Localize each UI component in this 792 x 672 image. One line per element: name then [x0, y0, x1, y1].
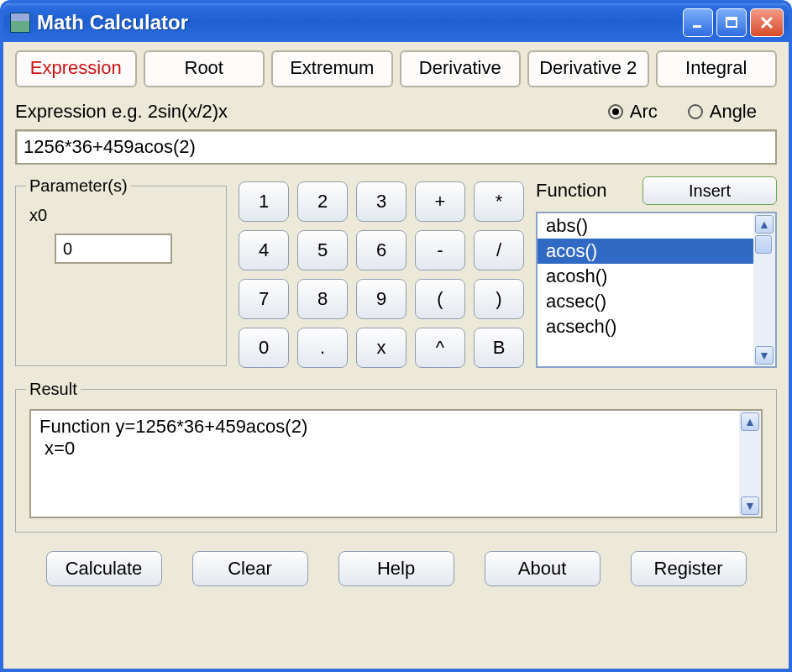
scroll-up-icon[interactable]: ▲ — [741, 412, 759, 431]
key-plus[interactable]: + — [415, 181, 465, 222]
radio-label: Angle — [710, 101, 757, 123]
result-box: Function y=1256*36+459acos(2) x=0 ▲ ▼ — [29, 409, 763, 518]
keypad: 1 2 3 + * 4 5 6 - / 7 8 9 ( ) 0 . x ^ B — [239, 176, 524, 368]
tab-root[interactable]: Root — [144, 50, 265, 87]
tab-label: Extremum — [290, 57, 374, 78]
radio-label: Arc — [630, 101, 658, 123]
result-legend: Result — [26, 380, 81, 399]
scroll-down-icon[interactable]: ▼ — [741, 496, 759, 515]
key-4[interactable]: 4 — [239, 230, 289, 270]
about-button[interactable]: About — [485, 551, 601, 586]
radio-dot-on-icon — [608, 104, 623, 119]
function-listbox[interactable]: abs() acos() acosh() acsec() acsech() ▲ … — [536, 212, 777, 368]
radio-dot-off-icon — [688, 104, 703, 119]
expression-hint-label: Expression e.g. 2sin(x/2)x — [15, 101, 608, 123]
tab-expression[interactable]: Expression — [15, 50, 137, 87]
key-decimal[interactable]: . — [297, 328, 348, 368]
key-8[interactable]: 8 — [297, 279, 348, 319]
minimize-icon — [691, 16, 705, 29]
key-divide[interactable]: / — [474, 230, 524, 270]
list-item[interactable]: acsec() — [538, 289, 753, 314]
tab-derivative[interactable]: Derivative — [400, 50, 522, 87]
list-item[interactable]: acsech() — [538, 314, 753, 339]
key-lparen[interactable]: ( — [415, 279, 465, 319]
close-icon — [759, 15, 774, 30]
list-item[interactable]: abs() — [538, 213, 753, 239]
clear-button[interactable]: Clear — [192, 551, 308, 586]
key-multiply[interactable]: * — [474, 181, 524, 222]
svg-rect-0 — [693, 25, 701, 28]
maximize-button[interactable] — [716, 8, 747, 37]
key-2[interactable]: 2 — [297, 181, 348, 222]
result-panel: Result Function y=1256*36+459acos(2) x=0… — [15, 380, 777, 533]
key-3[interactable]: 3 — [356, 181, 406, 222]
maximize-icon — [725, 16, 738, 29]
titlebar: Math Calculator — [3, 3, 789, 42]
list-item[interactable]: acos() — [538, 239, 753, 264]
key-1[interactable]: 1 — [239, 181, 289, 222]
client-area: Expression Root Extremum Derivative Deri… — [3, 42, 789, 669]
key-rparen[interactable]: ) — [474, 279, 524, 319]
result-scrollbar[interactable]: ▲ ▼ — [739, 411, 761, 517]
tab-label: Derivative — [419, 57, 501, 78]
tab-bar: Expression Root Extremum Derivative Deri… — [15, 50, 777, 87]
parameters-legend: Parameter(s) — [26, 176, 131, 196]
app-window: Math Calculator Expression Root Extremum… — [0, 0, 792, 672]
bottom-button-bar: Calculate Clear Help About Register — [15, 551, 777, 586]
tab-integral[interactable]: Integral — [656, 50, 778, 87]
tab-label: Derivative 2 — [539, 57, 637, 78]
help-button[interactable]: Help — [338, 551, 454, 586]
radio-angle[interactable]: Angle — [688, 101, 757, 123]
key-5[interactable]: 5 — [297, 230, 348, 270]
scroll-thumb[interactable] — [755, 235, 772, 254]
svg-rect-2 — [726, 18, 737, 20]
window-title: Math Calculator — [37, 11, 683, 34]
function-column: Function Insert abs() acos() acosh() acs… — [536, 176, 777, 368]
key-7[interactable]: 7 — [239, 279, 289, 319]
key-x[interactable]: x — [356, 328, 406, 368]
tab-label: Integral — [685, 57, 747, 78]
minimize-button[interactable] — [683, 8, 713, 37]
listbox-scrollbar[interactable]: ▲ ▼ — [753, 213, 775, 366]
function-label: Function — [536, 180, 627, 202]
key-9[interactable]: 9 — [356, 279, 406, 319]
list-item[interactable]: acosh() — [538, 264, 753, 289]
key-0[interactable]: 0 — [239, 328, 289, 368]
register-button[interactable]: Register — [631, 551, 747, 586]
tab-derivative2[interactable]: Derivative 2 — [527, 50, 649, 87]
expression-input[interactable] — [15, 129, 777, 165]
key-power[interactable]: ^ — [415, 328, 465, 368]
key-6[interactable]: 6 — [356, 230, 406, 270]
angle-mode-group: Arc Angle — [608, 101, 757, 123]
result-text: Function y=1256*36+459acos(2) x=0 — [31, 411, 739, 517]
tab-label: Root — [185, 57, 223, 78]
close-button[interactable] — [750, 8, 784, 37]
tab-extremum[interactable]: Extremum — [271, 50, 393, 87]
key-minus[interactable]: - — [415, 230, 465, 270]
parameter-value-input[interactable] — [55, 234, 172, 264]
key-backspace[interactable]: B — [474, 328, 524, 368]
tab-label: Expression — [30, 57, 122, 78]
radio-arc[interactable]: Arc — [608, 101, 658, 123]
scroll-up-icon[interactable]: ▲ — [755, 215, 774, 234]
parameter-name-label: x0 — [29, 206, 212, 225]
scroll-down-icon[interactable]: ▼ — [755, 346, 774, 365]
insert-button[interactable]: Insert — [643, 176, 777, 205]
app-icon — [10, 13, 30, 33]
calculate-button[interactable]: Calculate — [46, 551, 162, 586]
parameters-panel: Parameter(s) x0 — [15, 176, 227, 366]
